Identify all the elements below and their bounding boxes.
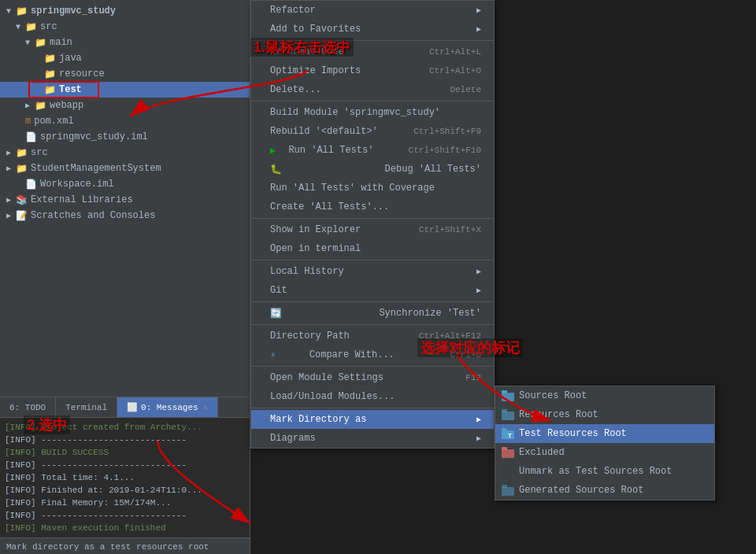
menu-compare-label: Compare With... bbox=[309, 349, 395, 360]
menu-local-history[interactable]: Local History ▶ bbox=[251, 262, 494, 281]
folder-icon-src: 📁 bbox=[25, 21, 37, 33]
menu-load-unload[interactable]: Load/Unload Modules... bbox=[251, 387, 494, 406]
tree-item-resource[interactable]: 📁 resource bbox=[0, 66, 250, 82]
menu-git[interactable]: Git ▶ bbox=[251, 281, 494, 300]
sep-5 bbox=[251, 301, 494, 302]
tree-item-src[interactable]: ▼ 📁 src bbox=[0, 19, 250, 35]
svg-text:T: T bbox=[508, 432, 512, 439]
submenu-generated[interactable]: Generated Sources Root bbox=[495, 481, 714, 500]
tree-item-scratches[interactable]: ▶ 📝 Scratches and Consoles bbox=[0, 208, 250, 223]
menu-rebuild[interactable]: Rebuild '<default>' Ctrl+Shift+F9 bbox=[251, 122, 494, 141]
tree-label-ws: Workspace.iml bbox=[40, 179, 114, 190]
tree-item-java[interactable]: 📁 java bbox=[0, 50, 250, 66]
project-panel: ▼ 📁 springmvc_study ▼ 📁 src ▼ 📁 main bbox=[0, 0, 250, 554]
sep-7 bbox=[251, 366, 494, 367]
tree-item-extlib[interactable]: ▶ 📚 External Libraries bbox=[0, 192, 250, 208]
tree-item-root[interactable]: ▼ 📁 springmvc_study bbox=[0, 3, 250, 19]
sep-1 bbox=[251, 40, 494, 41]
svg-rect-1 bbox=[502, 390, 507, 393]
submenu-excluded[interactable]: Excluded bbox=[495, 443, 714, 462]
menu-dir-path[interactable]: Directory Path Ctrl+Alt+F12 bbox=[251, 327, 494, 345]
tree-label-webapp: webapp bbox=[50, 100, 83, 111]
svg-rect-9 bbox=[502, 487, 514, 496]
submenu-sources-root-label: Sources Root bbox=[519, 390, 587, 401]
tab-terminal[interactable]: Terminal bbox=[56, 397, 117, 417]
menu-optimize-label: Optimize Imports bbox=[270, 65, 361, 76]
tree-item-iml[interactable]: 📄 springmvc_study.iml bbox=[0, 129, 250, 145]
menu-run-coverage[interactable]: Run 'All Tests' with Coverage bbox=[251, 179, 494, 198]
sep-8 bbox=[251, 408, 494, 408]
submenu-resources-root[interactable]: Resources Root bbox=[495, 405, 714, 424]
menu-debug-tests[interactable]: 🐛 Debug 'All Tests' bbox=[251, 160, 494, 179]
menu-refactor[interactable]: Refactor ▶ bbox=[251, 1, 494, 20]
shortcut-delete: Delete bbox=[450, 85, 481, 94]
shortcut-module: F12 bbox=[465, 373, 481, 382]
folder-icon-java: 📁 bbox=[44, 53, 56, 65]
menu-coverage-label: Run 'All Tests' with Coverage bbox=[270, 183, 435, 194]
tree-item-pom[interactable]: m pom.xml bbox=[0, 113, 250, 129]
sep-4 bbox=[251, 260, 494, 260]
tab-todo[interactable]: 6: TODO bbox=[0, 397, 56, 417]
menu-diagrams[interactable]: Diagrams ▶ bbox=[251, 429, 494, 448]
svg-rect-7 bbox=[502, 449, 514, 458]
console-tabs: 6: TODO Terminal ⬜ 0: Messages ✕ bbox=[0, 397, 250, 418]
console-panel: 6: TODO Terminal ⬜ 0: Messages ✕ [INFO] … bbox=[0, 397, 250, 554]
project-icon: 📁 bbox=[16, 6, 28, 17]
menu-delete-label: Delete... bbox=[270, 84, 321, 95]
menu-run-tests[interactable]: ▶ Run 'All Tests' Ctrl+Shift+F10 bbox=[251, 141, 494, 160]
shortcut-reformat: Ctrl+Alt+L bbox=[429, 47, 481, 57]
scratches-icon: 📝 bbox=[16, 210, 28, 222]
run-icon: ▶ bbox=[270, 145, 276, 157]
menu-show-explorer-label: Show in Explorer bbox=[270, 224, 361, 235]
menu-local-history-label: Local History bbox=[270, 266, 344, 277]
menu-open-terminal[interactable]: Open in terminal bbox=[251, 239, 494, 258]
compare-icon: ⚡ bbox=[270, 349, 276, 361]
submenu-resources-root-label: Resources Root bbox=[519, 409, 598, 420]
tree-item-webapp[interactable]: ▶ 📁 webapp bbox=[0, 98, 250, 113]
shortcut-run: Ctrl+Shift+F10 bbox=[409, 146, 481, 155]
menu-mark-directory[interactable]: Mark Directory as ▶ bbox=[251, 410, 494, 429]
menu-show-explorer[interactable]: Show in Explorer Ctrl+Shift+X bbox=[251, 220, 494, 239]
submenu-test-resources-root[interactable]: T Test Resources Root bbox=[495, 424, 714, 443]
submenu-unmark-label: Unmark as Test Sources Root bbox=[519, 466, 672, 477]
menu-synchronize[interactable]: 🔄 Synchronize 'Test' bbox=[251, 304, 494, 323]
menu-synchronize-label: Synchronize 'Test' bbox=[379, 308, 481, 319]
submenu-unmark[interactable]: Unmark as Test Sources Root bbox=[495, 462, 714, 481]
menu-diagrams-label: Diagrams bbox=[270, 433, 316, 444]
tree-item-main[interactable]: ▼ 📁 main bbox=[0, 35, 250, 50]
menu-reformat[interactable]: Reformat Code Ctrl+Alt+L bbox=[251, 42, 494, 61]
menu-build[interactable]: Build Module 'springmvc_study' bbox=[251, 103, 494, 122]
menu-create-tests[interactable]: Create 'All Tests'... bbox=[251, 198, 494, 216]
console-line-0: [INFO] Project created from Archety... bbox=[5, 421, 245, 434]
menu-compare-with[interactable]: ⚡ Compare With... Ctrl+D bbox=[251, 345, 494, 364]
tab-close-icon[interactable]: ✕ bbox=[203, 403, 208, 412]
folder-icon-webapp: 📁 bbox=[35, 100, 46, 112]
submenu-arrow-git: ▶ bbox=[476, 286, 481, 295]
main-container: ▼ 📁 springmvc_study ▼ 📁 src ▼ 📁 main bbox=[0, 0, 756, 554]
tree-label-src: src bbox=[40, 21, 57, 32]
tree-item-ws[interactable]: 📄 Workspace.iml bbox=[0, 176, 250, 192]
debug-icon: 🐛 bbox=[270, 164, 282, 175]
tree-label-resource: resource bbox=[59, 68, 105, 79]
menu-build-label: Build Module 'springmvc_study' bbox=[270, 107, 440, 118]
tree-item-src2[interactable]: ▶ 📁 src bbox=[0, 145, 250, 161]
submenu-arrow-diagrams: ▶ bbox=[476, 434, 481, 443]
menu-load-unload-label: Load/Unload Modules... bbox=[270, 391, 395, 402]
status-bar: Mark directory as a test resources root bbox=[0, 537, 250, 554]
submenu-sources-root[interactable]: Sources Root bbox=[495, 386, 714, 405]
submenu-arrow-refactor: ▶ bbox=[476, 6, 481, 15]
submenu-excluded-label: Excluded bbox=[519, 447, 565, 458]
menu-open-module-label: Open Module Settings bbox=[270, 372, 384, 383]
submenu-arrow-history: ▶ bbox=[476, 267, 481, 276]
tree-label-extlib: External Libraries bbox=[31, 194, 133, 205]
expand-arrow-sms: ▶ bbox=[6, 164, 16, 173]
menu-optimize[interactable]: Optimize Imports Ctrl+Alt+O bbox=[251, 61, 494, 80]
menu-delete[interactable]: Delete... Delete bbox=[251, 80, 494, 99]
svg-rect-10 bbox=[502, 485, 507, 488]
tab-messages[interactable]: ⬜ 0: Messages ✕ bbox=[117, 397, 218, 417]
menu-open-module[interactable]: Open Module Settings F12 bbox=[251, 368, 494, 387]
tree-item-test[interactable]: 📁 Test bbox=[0, 82, 250, 98]
menu-add-favorites[interactable]: Add to Favorites ▶ bbox=[251, 20, 494, 39]
tree-item-sms[interactable]: ▶ 📁 StudentManagementSystem bbox=[0, 161, 250, 176]
menu-mark-directory-label: Mark Directory as bbox=[270, 414, 366, 425]
